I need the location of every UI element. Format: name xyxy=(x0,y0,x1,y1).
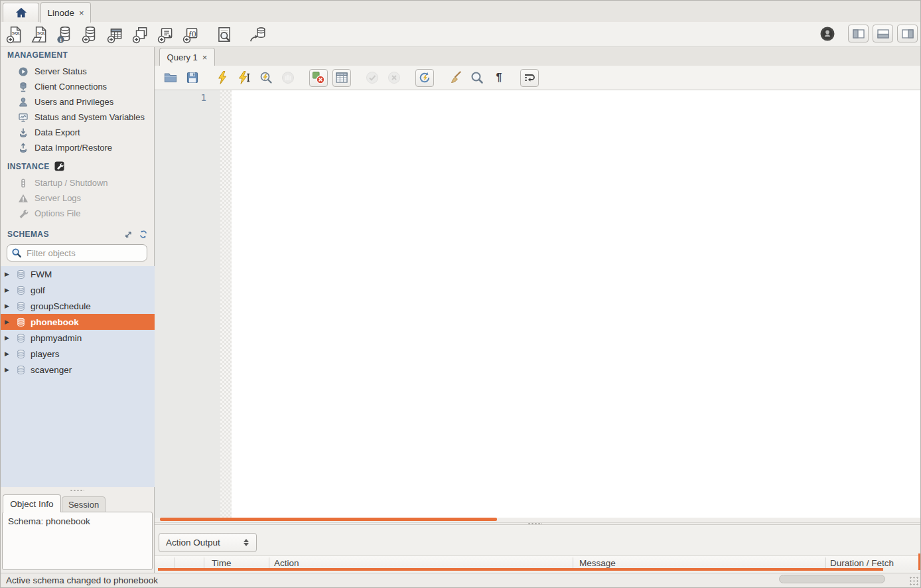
create-schema-button[interactable] xyxy=(81,25,100,44)
sidebar-item-client-connections[interactable]: Client Connections xyxy=(1,79,155,94)
schema-icon xyxy=(16,349,26,359)
commit-button[interactable] xyxy=(364,69,381,86)
expander-icon[interactable]: ▶ xyxy=(5,271,11,277)
output-type-select[interactable]: Action Output xyxy=(159,533,257,552)
refresh-schemas-icon[interactable] xyxy=(139,230,148,239)
schema-row-phpmyadmin[interactable]: ▶ phpmyadmin xyxy=(1,330,155,346)
toggle-output-area-button[interactable] xyxy=(873,25,893,42)
output-type-label: Action Output xyxy=(159,538,239,548)
create-procedure-button[interactable] xyxy=(157,25,175,44)
schemas-section-title: SCHEMAS xyxy=(7,230,124,239)
schema-row-phonebook-selected[interactable]: ▶ phonebook xyxy=(1,314,155,330)
system-variables-icon xyxy=(18,112,29,123)
column-header-message[interactable]: Message xyxy=(579,558,616,568)
tab-object-info-label: Object Info xyxy=(10,499,53,509)
reconnect-database-button[interactable] xyxy=(248,25,267,44)
sidebar-item-label: Server Status xyxy=(35,66,87,76)
column-separator[interactable] xyxy=(825,557,826,569)
new-query-tab-button[interactable]: SQL xyxy=(5,25,24,44)
execute-script-button[interactable] xyxy=(214,69,231,86)
sidebar-item-server-status[interactable]: Server Status xyxy=(1,64,155,79)
schema-icon xyxy=(16,317,26,327)
expander-icon[interactable]: ▶ xyxy=(5,287,11,293)
limit-rows-toggle[interactable] xyxy=(332,69,351,87)
autocommit-toggle[interactable] xyxy=(415,69,434,87)
column-separator[interactable] xyxy=(204,557,204,569)
close-icon[interactable]: × xyxy=(79,8,84,18)
close-icon[interactable]: × xyxy=(202,52,208,62)
connection-tab[interactable]: Linode × xyxy=(40,2,91,23)
expander-icon[interactable]: ▶ xyxy=(5,366,11,373)
pilcrow-icon: ¶ xyxy=(496,72,502,84)
beautify-script-button[interactable] xyxy=(447,69,464,86)
sql-editor[interactable]: 1 xyxy=(155,90,921,518)
sidebar-item-startup-shutdown[interactable]: Startup / Shutdown xyxy=(1,175,155,190)
home-tab[interactable] xyxy=(3,3,39,22)
expander-icon[interactable]: ▶ xyxy=(5,319,11,325)
create-function-button[interactable]: ƒ() xyxy=(182,25,200,44)
schema-name: phonebook xyxy=(31,317,79,327)
sidebar-item-label: Status and System Variables xyxy=(35,112,145,122)
stop-on-error-toggle[interactable] xyxy=(309,69,328,87)
create-view-button[interactable] xyxy=(131,25,150,44)
tab-session[interactable]: Session xyxy=(62,496,106,512)
filter-objects-input[interactable] xyxy=(25,248,134,259)
column-separator[interactable] xyxy=(175,557,175,569)
schema-icon xyxy=(16,333,26,343)
expander-icon[interactable]: ▶ xyxy=(5,334,11,341)
search-data-button[interactable] xyxy=(215,25,234,44)
output-vertical-scrollbar[interactable] xyxy=(918,553,921,570)
editor-horizontal-scrollbar[interactable] xyxy=(160,518,497,521)
schema-icon xyxy=(16,269,26,279)
data-import-icon xyxy=(18,143,29,153)
sidebar-item-users-privileges[interactable]: Users and Privileges xyxy=(1,94,155,110)
stop-execution-button[interactable] xyxy=(279,69,297,86)
sidebar-item-data-export[interactable]: Data Export xyxy=(1,125,155,140)
query-tabbar xyxy=(155,47,921,66)
expand-schemas-icon[interactable] xyxy=(124,230,133,239)
sidebar-item-server-logs[interactable]: Server Logs xyxy=(1,190,155,206)
expander-icon[interactable]: ▶ xyxy=(5,350,11,357)
svg-text:SQL: SQL xyxy=(37,31,46,35)
sidebar-item-options-file[interactable]: Options File xyxy=(1,206,155,221)
output-horizontal-scrollbar[interactable] xyxy=(158,568,883,571)
sidebar-item-system-variables[interactable]: Status and System Variables xyxy=(1,110,155,125)
schema-row-players[interactable]: ▶ players xyxy=(1,346,155,362)
save-script-button[interactable] xyxy=(184,69,201,86)
invisible-characters-toggle[interactable]: ¶ xyxy=(490,69,508,86)
schema-row-fwm[interactable]: ▶ FWM xyxy=(1,266,155,282)
wrap-text-toggle[interactable] xyxy=(520,69,539,87)
toggle-sidebar-button[interactable] xyxy=(848,25,869,42)
toggle-secondary-sidebar-button[interactable] xyxy=(897,25,918,42)
schema-inspector-button[interactable]: i xyxy=(56,25,74,44)
expander-icon[interactable]: ▶ xyxy=(5,303,11,309)
editor-fold-margin xyxy=(220,90,232,518)
query-tab-label: Query 1 xyxy=(167,52,198,62)
schema-icon xyxy=(16,285,26,295)
column-separator[interactable] xyxy=(269,557,269,569)
panel-splitter-grip[interactable] xyxy=(70,489,84,492)
open-sql-script-button[interactable]: SQL xyxy=(31,25,49,44)
sidebar-item-label: Data Import/Restore xyxy=(35,143,112,153)
schema-row-groupschedule[interactable]: ▶ groupSchedule xyxy=(1,298,155,314)
sidebar-item-data-import[interactable]: Data Import/Restore xyxy=(1,140,155,155)
column-header-time[interactable]: Time xyxy=(212,558,232,568)
column-header-action[interactable]: Action xyxy=(274,558,299,568)
schema-filter xyxy=(7,244,147,261)
open-script-button[interactable] xyxy=(162,69,179,86)
spinner-icon[interactable] xyxy=(239,539,256,546)
create-table-button[interactable] xyxy=(106,25,125,44)
tab-query-1[interactable]: Query 1 × xyxy=(159,48,215,66)
schema-row-golf[interactable]: ▶ golf xyxy=(1,282,155,298)
schema-row-scavenger[interactable]: ▶ scavenger xyxy=(1,362,155,378)
horizontal-scrollbar-thumb[interactable] xyxy=(779,575,885,583)
find-button[interactable] xyxy=(468,69,486,86)
data-export-icon xyxy=(18,127,29,138)
execute-statement-button[interactable] xyxy=(236,69,253,86)
window-resize-grip[interactable] xyxy=(909,576,920,587)
rollback-button[interactable] xyxy=(386,69,403,86)
column-separator[interactable] xyxy=(573,557,573,569)
tab-object-info[interactable]: Object Info xyxy=(3,494,61,512)
column-header-duration[interactable]: Duration / Fetch xyxy=(830,558,894,568)
explain-plan-button[interactable] xyxy=(257,69,275,86)
